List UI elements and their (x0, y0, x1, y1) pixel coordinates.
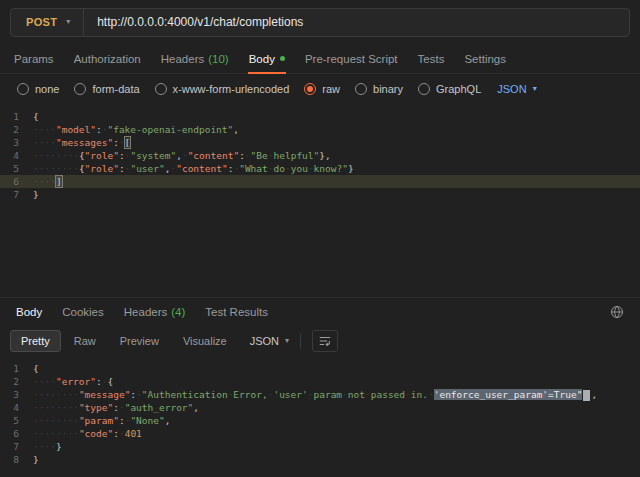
code-token: "code" (79, 428, 113, 439)
body-type-raw[interactable]: raw (304, 83, 340, 95)
code-token: :· (228, 163, 239, 174)
tab-settings[interactable]: Settings (454, 44, 516, 73)
body-type-form-data[interactable]: form-data (74, 83, 139, 95)
tab-label: Authorization (74, 53, 141, 65)
url-input[interactable]: http://0.0.0.0:4000/v1/chat/completions (84, 15, 629, 29)
code-line[interactable]: 5········"param":·"None", (0, 414, 640, 427)
tab-headers[interactable]: Headers(10) (151, 44, 239, 73)
wrap-lines-icon (318, 334, 332, 348)
code-line[interactable]: 1{ (0, 362, 640, 375)
tab-pre-request-script[interactable]: Pre-request Script (295, 44, 408, 73)
response-tabs-row: BodyCookiesHeaders(4)Test Results (0, 298, 640, 326)
code-token: "None" (130, 415, 164, 426)
text-cursor (583, 390, 590, 401)
request-url-bar: POST ▾ http://0.0.0.0:4000/v1/chat/compl… (10, 8, 630, 37)
response-view-toggle: PrettyRawPreviewVisualize (10, 330, 238, 352)
code-line[interactable]: 4········{"role":·"system",·"content":·"… (0, 149, 640, 162)
view-visualize[interactable]: Visualize (172, 330, 238, 352)
tab-label: Test Results (205, 306, 268, 318)
code-token: :· (130, 389, 141, 400)
code-line[interactable]: 8} (0, 453, 640, 466)
tab-label: Settings (464, 53, 506, 65)
code-token: "Authentication·Error,·'user'·param·not·… (142, 389, 434, 400)
radio-icon (418, 83, 430, 95)
code-line[interactable]: 5········{"role":·"user",·"content":·"Wh… (0, 162, 640, 175)
line-content: { (33, 362, 39, 375)
body-type-graphql[interactable]: GraphQL (418, 83, 481, 95)
tab-label: Headers (124, 306, 167, 318)
body-type-none[interactable]: none (17, 83, 59, 95)
view-raw[interactable]: Raw (63, 330, 107, 352)
response-tab-test-results[interactable]: Test Results (195, 298, 278, 326)
whitespace-dot: · (342, 389, 348, 400)
code-token: :· (119, 163, 130, 174)
code-line[interactable]: 4········"type":·"auth_error", (0, 401, 640, 414)
whitespace-dot: · (365, 389, 371, 400)
request-body-editor[interactable]: 1{2····"model":·"fake-openai-endpoint",3… (0, 104, 640, 297)
method-label: POST (26, 16, 57, 28)
code-line[interactable]: 6········"code":·401 (0, 427, 640, 440)
code-line[interactable]: 3····"messages":·[ (0, 136, 640, 149)
response-tab-headers[interactable]: Headers(4) (114, 298, 196, 326)
code-line[interactable]: 7} (0, 188, 640, 201)
tab-count: (10) (208, 53, 228, 65)
code-token: ········ (33, 428, 79, 439)
body-type-binary[interactable]: binary (355, 83, 403, 95)
line-content: ····"messages":·[ (33, 136, 130, 149)
view-preview[interactable]: Preview (109, 330, 170, 352)
method-dropdown[interactable]: POST ▾ (11, 9, 84, 36)
line-content: { (33, 110, 39, 123)
line-number: 6 (0, 427, 19, 440)
code-token: ········ (33, 163, 79, 174)
code-token: } (33, 189, 39, 200)
code-token: :· (113, 428, 124, 439)
tab-authorization[interactable]: Authorization (64, 44, 151, 73)
code-token: :· (119, 150, 130, 161)
response-body-editor[interactable]: 1{2····"error":·{3········"message":·"Au… (0, 356, 640, 477)
url-text: http://0.0.0.0:4000/v1/chat/completions (97, 15, 303, 29)
chevron-down-icon: ▾ (533, 85, 537, 93)
tab-label: Params (14, 53, 54, 65)
code-token: :· (113, 137, 124, 148)
code-line[interactable]: 2····"model":·"fake-openai-endpoint", (0, 123, 640, 136)
code-line[interactable]: 7····} (0, 440, 640, 453)
globe-icon[interactable] (610, 305, 624, 319)
tab-params[interactable]: Params (4, 44, 64, 73)
response-tab-body[interactable]: Body (6, 298, 52, 326)
code-token: "model" (56, 124, 96, 135)
line-number: 2 (0, 375, 19, 388)
wrap-lines-button[interactable] (312, 330, 338, 352)
line-number: 3 (0, 388, 19, 401)
line-content: ········{"role":·"user",·"content":·"Wha… (33, 162, 354, 175)
line-number: 7 (0, 188, 19, 201)
body-format-dropdown[interactable]: JSON ▾ (497, 83, 536, 95)
code-token: "messages" (56, 137, 113, 148)
code-token: , (233, 124, 239, 135)
code-line[interactable]: 1{ (0, 110, 640, 123)
code-token: 'enforce_user_param'=True" (434, 389, 583, 400)
line-content: ········"message":·"Authentication·Error… (33, 388, 597, 401)
code-line[interactable]: 2····"error":·{ (0, 375, 640, 388)
tab-tests[interactable]: Tests (408, 44, 455, 73)
code-token: ] (56, 176, 62, 187)
radio-icon (155, 83, 167, 95)
body-type-x-www-form-urlencoded[interactable]: x-www-form-urlencoded (155, 83, 290, 95)
code-token: :· (113, 402, 124, 413)
code-line[interactable]: 3········"message":·"Authentication·Erro… (0, 388, 640, 401)
response-format-dropdown[interactable]: JSON ▾ (250, 335, 289, 347)
tab-body[interactable]: Body (239, 44, 295, 73)
view-pretty[interactable]: Pretty (10, 330, 61, 352)
response-tab-cookies[interactable]: Cookies (52, 298, 114, 326)
whitespace-dot: · (119, 137, 125, 148)
code-token: "content" (188, 150, 239, 161)
line-content: ········"code":·401 (33, 427, 142, 440)
body-type-label: binary (373, 83, 403, 95)
code-token: ···· (33, 441, 56, 452)
whitespace-dot: · (285, 163, 291, 174)
request-url-row: POST ▾ http://0.0.0.0:4000/v1/chat/compl… (0, 0, 640, 44)
response-toolbar: PrettyRawPreviewVisualize JSON ▾ (0, 326, 640, 356)
postman-app: POST ▾ http://0.0.0.0:4000/v1/chat/compl… (0, 0, 640, 477)
code-token: "What·do·you·know?" (239, 163, 348, 174)
body-type-label: form-data (92, 83, 139, 95)
code-line[interactable]: 6····] (0, 175, 640, 188)
